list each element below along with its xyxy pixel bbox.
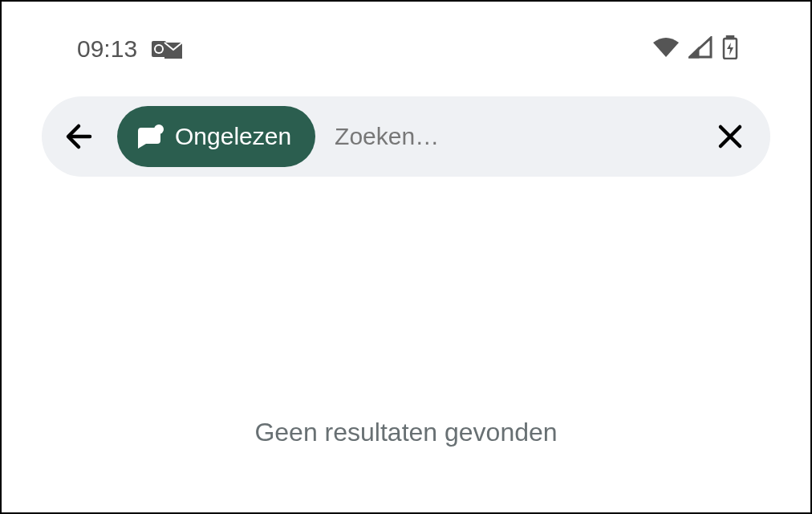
close-icon[interactable] bbox=[716, 122, 745, 151]
battery-charging-icon bbox=[722, 35, 738, 63]
no-results-message: Geen resultaten gevonden bbox=[2, 418, 810, 447]
status-right bbox=[653, 35, 738, 63]
search-input[interactable] bbox=[335, 123, 716, 150]
back-arrow-icon[interactable] bbox=[64, 120, 96, 153]
search-bar: Ongelezen bbox=[42, 96, 770, 177]
svg-rect-5 bbox=[727, 36, 733, 39]
filter-chip-unread[interactable]: Ongelezen bbox=[117, 106, 315, 167]
cellular-signal-icon bbox=[688, 36, 713, 62]
wifi-icon bbox=[653, 38, 679, 60]
outlook-icon bbox=[152, 38, 184, 60]
filter-chip-label: Ongelezen bbox=[175, 123, 291, 150]
status-time: 09:13 bbox=[77, 35, 137, 63]
status-bar: 09:13 bbox=[2, 2, 810, 79]
svg-point-3 bbox=[156, 46, 162, 52]
status-left: 09:13 bbox=[77, 35, 184, 63]
svg-point-8 bbox=[156, 126, 163, 133]
unread-chat-icon bbox=[135, 124, 164, 149]
